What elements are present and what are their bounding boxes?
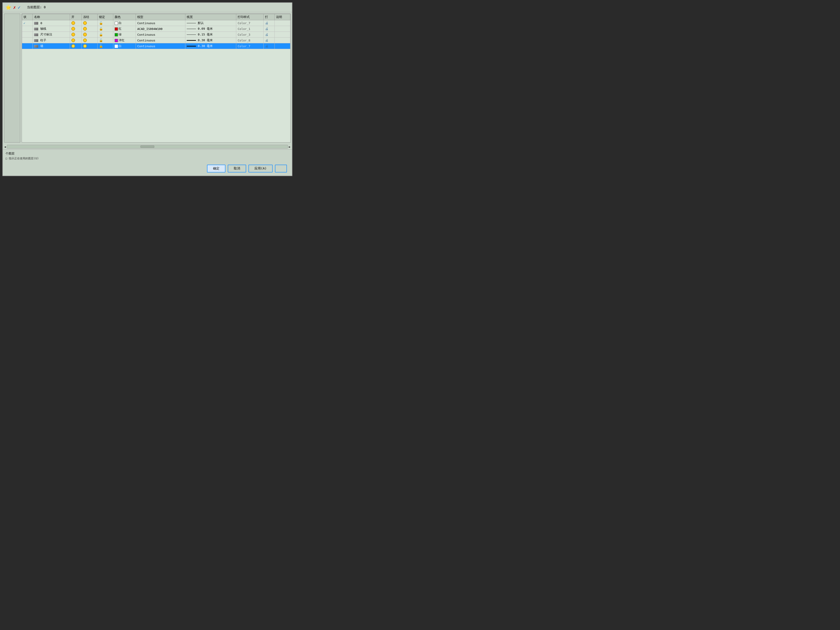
cell-color[interactable]: 洋红 bbox=[113, 38, 136, 43]
layer-count: 个图层 bbox=[6, 152, 289, 156]
cell-open[interactable] bbox=[70, 43, 82, 49]
scroll-left-arrow[interactable]: ◄ bbox=[4, 145, 6, 148]
cell-freeze[interactable] bbox=[82, 38, 97, 43]
cancel-button[interactable]: 取消 bbox=[228, 165, 246, 172]
cell-desc bbox=[275, 32, 290, 38]
delete-icon[interactable]: ✗ bbox=[13, 5, 16, 10]
cell-desc bbox=[275, 38, 290, 43]
cell-desc bbox=[275, 20, 290, 26]
col-print-style: 打印样式 bbox=[236, 14, 264, 20]
button-row: 确定 取消 应用(A) bbox=[6, 163, 289, 174]
layer-properties-dialog: ⭐ ✗ ✓ 当前图层: 0 状 名称 开 冻结 锁定 颜色 线型 线 bbox=[2, 2, 292, 176]
cell-linetype[interactable]: Continuous bbox=[136, 43, 185, 49]
cell-print-style[interactable]: Color_7 bbox=[236, 43, 264, 49]
cell-desc bbox=[275, 43, 290, 49]
cell-status bbox=[22, 26, 33, 32]
table-header: 状 名称 开 冻结 锁定 颜色 线型 线宽 打印样式 打 说明 bbox=[22, 14, 291, 20]
col-lock: 锁定 bbox=[97, 14, 113, 20]
cell-open[interactable] bbox=[70, 26, 82, 32]
apply-button[interactable]: 应用(A) bbox=[248, 165, 273, 172]
toolbar: ⭐ ✗ ✓ 当前图层: 0 bbox=[3, 3, 292, 12]
cell-name[interactable]: 尺寸标注 bbox=[32, 32, 70, 38]
cell-status bbox=[22, 43, 33, 49]
col-name: 名称 bbox=[32, 14, 70, 20]
table-row[interactable]: 墙 🔓 白 Continuous 0.30 毫米 Color_7 🖨 bbox=[22, 43, 291, 49]
cell-color[interactable]: 白 bbox=[113, 20, 136, 26]
cell-print[interactable]: 🖨 bbox=[264, 38, 275, 43]
cell-freeze[interactable] bbox=[82, 26, 97, 32]
layer-table-container: 状 名称 开 冻结 锁定 颜色 线型 线宽 打印样式 打 说明 ✓ bbox=[22, 14, 291, 142]
cell-linewidth[interactable]: 0.30 毫米 bbox=[185, 43, 236, 49]
col-desc: 说明 bbox=[275, 14, 290, 20]
empty-table-area bbox=[22, 49, 291, 109]
cell-linewidth[interactable]: 0.15 毫米 bbox=[185, 32, 236, 38]
col-status: 状 bbox=[22, 14, 33, 20]
scrollbar-thumb[interactable] bbox=[141, 145, 154, 148]
cell-freeze[interactable] bbox=[82, 20, 97, 26]
left-panel bbox=[4, 14, 20, 142]
cell-lock[interactable]: 🔓 bbox=[97, 43, 113, 49]
horizontal-scrollbar[interactable] bbox=[7, 145, 288, 148]
cell-status bbox=[22, 38, 33, 43]
table-row[interactable]: ✓ 0 🔓 白 Continuous 默认 Color_7 🖨 bbox=[22, 20, 291, 26]
cell-linewidth[interactable]: 默认 bbox=[185, 20, 236, 26]
table-row[interactable]: 轴线 🔓 红 ACAD_IS004W100 0.09 毫米 Color_1 🖨 bbox=[22, 26, 291, 32]
cell-open[interactable] bbox=[70, 38, 82, 43]
cell-print[interactable]: 🖨 bbox=[264, 43, 275, 49]
cell-print-style[interactable]: Color_8 bbox=[236, 38, 264, 43]
cell-name[interactable]: 墙 bbox=[32, 43, 70, 49]
col-open: 开 bbox=[70, 14, 82, 20]
col-linetype: 线型 bbox=[136, 14, 185, 20]
cell-print[interactable]: 🖨 bbox=[264, 32, 275, 38]
cell-open[interactable] bbox=[70, 20, 82, 26]
confirm-icon[interactable]: ✓ bbox=[18, 5, 21, 10]
layer-table: 状 名称 开 冻结 锁定 颜色 线型 线宽 打印样式 打 说明 ✓ bbox=[22, 14, 291, 49]
col-print: 打 bbox=[264, 14, 275, 20]
current-layer-label: 当前图层: 0 bbox=[27, 5, 46, 9]
cell-open[interactable] bbox=[70, 32, 82, 38]
col-linewidth: 线宽 bbox=[185, 14, 236, 20]
cell-color[interactable]: 红 bbox=[113, 26, 136, 32]
cell-lock[interactable]: 🔓 bbox=[97, 26, 113, 32]
cell-desc bbox=[275, 26, 290, 32]
col-color: 颜色 bbox=[113, 14, 136, 20]
table-row[interactable]: 尺寸标注 🔓 绿 Continuous 0.15 毫米 Color_3 🖨 bbox=[22, 32, 291, 38]
cell-print-style[interactable]: Color_3 bbox=[236, 32, 264, 38]
cell-status bbox=[22, 32, 33, 38]
usage-note: □ 指示正在使用的图层(U) bbox=[6, 156, 289, 161]
cell-name[interactable]: 柱子 bbox=[32, 38, 70, 43]
star-icon[interactable]: ⭐ bbox=[6, 5, 11, 10]
cell-freeze[interactable] bbox=[82, 32, 97, 38]
cell-linetype[interactable]: Continuous bbox=[136, 32, 185, 38]
cell-print-style[interactable]: Color_1 bbox=[236, 26, 264, 32]
main-area: 状 名称 开 冻结 锁定 颜色 线型 线宽 打印样式 打 说明 ✓ bbox=[3, 12, 292, 144]
cell-lock[interactable]: 🔓 bbox=[97, 38, 113, 43]
cell-print-style[interactable]: Color_7 bbox=[236, 20, 264, 26]
cell-lock[interactable]: 🔓 bbox=[97, 32, 113, 38]
cell-name[interactable]: 轴线 bbox=[32, 26, 70, 32]
scroll-right-arrow[interactable]: ► bbox=[289, 145, 291, 148]
cell-linetype[interactable]: Continuous bbox=[136, 20, 185, 26]
cell-print[interactable]: 🖨 bbox=[264, 20, 275, 26]
col-freeze: 冻结 bbox=[82, 14, 97, 20]
confirm-button[interactable]: 确定 bbox=[207, 165, 226, 172]
cell-linetype[interactable]: Continuous bbox=[136, 38, 185, 43]
cell-status: ✓ bbox=[22, 20, 33, 26]
extra-button[interactable] bbox=[275, 165, 287, 172]
cell-print[interactable]: 🖨 bbox=[264, 26, 275, 32]
bottom-area: 个图层 □ 指示正在使用的图层(U) 确定 取消 应用(A) bbox=[3, 150, 292, 176]
cell-color[interactable]: 绿 bbox=[113, 32, 136, 38]
cell-freeze[interactable] bbox=[82, 43, 97, 49]
cell-linewidth[interactable]: 0.09 毫米 bbox=[185, 26, 236, 32]
cell-lock[interactable]: 🔓 bbox=[97, 20, 113, 26]
cell-color[interactable]: 白 bbox=[113, 43, 136, 49]
cell-linetype[interactable]: ACAD_IS004W100 bbox=[136, 26, 185, 32]
scrollbar-area: ◄ ► bbox=[3, 144, 292, 150]
cell-name[interactable]: 0 bbox=[32, 20, 70, 26]
cell-linewidth[interactable]: 0.30 毫米 bbox=[185, 38, 236, 43]
table-row[interactable]: 柱子 🔓 洋红 Continuous 0.30 毫米 Color_8 🖨 bbox=[22, 38, 291, 43]
